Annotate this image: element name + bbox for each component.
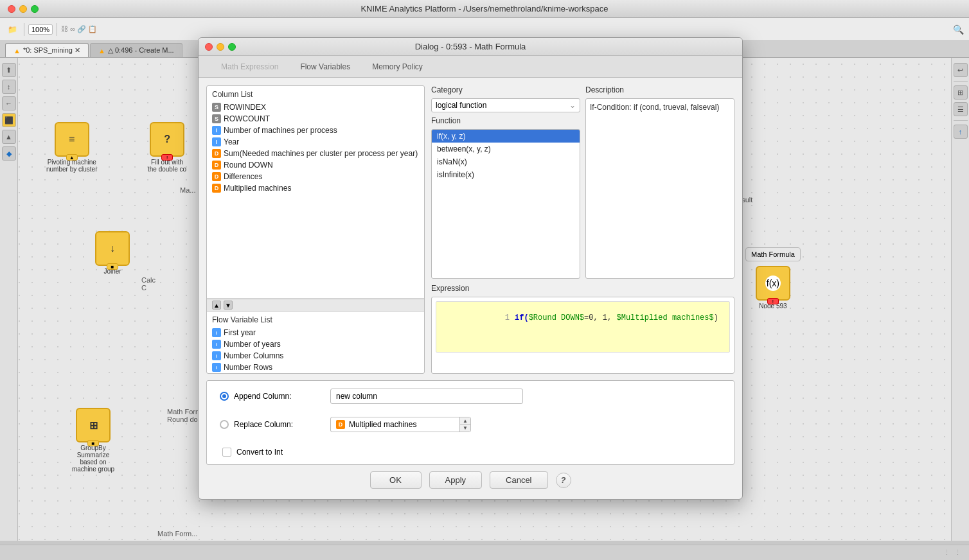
right-sidebar-btn2[interactable]: ⊞ [954,85,968,100]
node-box-fillout[interactable]: ? ! [150,122,184,157]
left-sidebar-btn6[interactable]: ◆ [2,146,16,161]
dialog-tab-bar: Math Expression Flow Variables Memory Po… [199,56,742,78]
expression-area[interactable]: 1if($Round DOWN$=0, 1, $Multiplied machi… [431,297,734,374]
dialog-math-formula: Dialog - 0:593 - Math Formula Math Expre… [198,37,743,500]
tab-flow-variables[interactable]: Flow Variables [290,59,360,74]
zoom-level: 100% [28,24,53,35]
left-sidebar-btn3[interactable]: ← [2,96,16,110]
tab-memory-policy[interactable]: Memory Policy [362,59,432,74]
node-pivoting[interactable]: ≡ ▲ Pivoting machinenumber by cluster [46,122,97,173]
tab-math-expression[interactable]: Math Expression [211,59,288,74]
replace-column-radio[interactable] [220,420,229,429]
dialog-minimize-button[interactable] [217,43,224,51]
node-box-math-right[interactable]: f(x) ! [756,266,790,301]
node-box-pivoting[interactable]: ≡ ▲ [55,122,89,157]
type-badge-D2: D [212,161,221,170]
label-math: Ma... [180,186,195,194]
flow-var-list[interactable]: i First year i Number of years i Number … [207,327,424,373]
flow-item-numyears[interactable]: i Number of years [207,338,424,350]
col-item-multiplied[interactable]: D Multiplied machines [207,182,424,194]
status-yellow: ▲ [66,154,78,161]
node-math-formula-right[interactable]: Math Formula f(x) ! Node 593 [745,247,801,310]
function-col: Category logical function ⌄ Function [431,85,580,279]
function-box: Function if(x, y, z) between(x, y, z) is… [431,116,580,279]
maximize-button[interactable] [31,5,39,13]
flow-var-header: Flow Variable List [207,311,424,327]
toolbar-file[interactable]: 📁 [5,24,20,35]
apply-button[interactable]: Apply [429,471,483,489]
spinner-arrows[interactable]: ▲ ▼ [459,417,470,432]
function-item-isinfinite[interactable]: isInfinite(x) [432,168,580,181]
type-badge-flow2: i [212,340,221,349]
col-item-sum[interactable]: D Sum(Needed machines per cluster per pr… [207,148,424,159]
description-box: Description If-Condition: if (cond, true… [585,85,734,279]
column-list-section: Column List S ROWINDEX S ROWCOUNT I Numb [207,86,424,299]
category-select[interactable]: logical function ⌄ [431,98,580,112]
column-list-header: Column List [207,86,424,101]
dialog-content: Column List S ROWINDEX S ROWCOUNT I Numb [206,85,734,374]
dialog-title-bar: Dialog - 0:593 - Math Formula [199,38,742,56]
replace-column-spinner[interactable]: D Multiplied machines ▲ ▼ [330,417,471,432]
append-column-input[interactable] [330,389,523,404]
expression-editor[interactable]: 1if($Round DOWN$=0, 1, $Multiplied machi… [436,301,730,353]
function-list[interactable]: if(x, y, z) between(x, y, z) isNaN(x) is… [431,129,580,279]
col-item-differences[interactable]: D Differences [207,171,424,182]
function-item-isnan[interactable]: isNaN(x) [432,155,580,168]
left-sidebar-btn1[interactable]: ⬆ [2,63,16,77]
node-box-groupby[interactable]: ⊞ ■ [76,408,111,442]
append-column-radio[interactable] [220,392,229,401]
dialog-actions: OK Apply Cancel ? [206,465,734,491]
ok-button[interactable]: OK [370,471,422,489]
minimize-button[interactable] [19,5,27,13]
status-red: ! [161,154,173,161]
dialog-traffic-lights[interactable] [205,43,236,51]
right-sidebar-btn1[interactable]: ↩ [954,63,968,77]
type-badge-D3: D [212,172,221,181]
window-title: KNIME Analytics Platform - /Users/nemeth… [360,4,608,13]
column-list-container[interactable]: S ROWINDEX S ROWCOUNT I Number of machin… [207,101,424,299]
spinner-up[interactable]: ▲ [460,417,470,424]
traffic-lights[interactable] [8,5,39,13]
cancel-button[interactable]: Cancel [490,471,547,489]
right-sidebar-btn4[interactable]: ↑ [954,125,968,139]
left-sidebar-btn5[interactable]: ▲ [2,130,16,144]
search-icon[interactable]: 🔍 [953,24,964,35]
col-item-rounddown[interactable]: D Round DOWN [207,159,424,171]
divider-down-btn[interactable]: ▼ [224,301,233,310]
close-button[interactable] [8,5,15,13]
dialog-close-button[interactable] [205,43,213,51]
col-item-rowindex[interactable]: S ROWINDEX [207,101,424,113]
append-column-row: Append Column: [220,389,721,404]
node-box-joiner[interactable]: ↓ ■ [95,231,130,266]
left-sidebar-btn2[interactable]: ↕ [2,80,16,94]
tab-sps-mining[interactable]: ▲ *0: SPS_mining ✕ [5,43,89,57]
flow-item-numrows[interactable]: i Number Rows [207,362,424,373]
replace-column-label: Replace Column: [234,420,293,429]
col-item-year[interactable]: I Year [207,136,424,148]
function-item-if[interactable]: if(x, y, z) [432,130,580,143]
help-button[interactable]: ? [556,473,571,488]
right-sidebar: ↩ ⊞ ☰ ↑ [951,58,969,541]
description-text: If-Condition: if (cond, trueval, falseva… [585,98,734,279]
flow-item-firstyear[interactable]: i First year [207,327,424,338]
expression-container: Expression 1if($Round DOWN$=0, 1, $Multi… [431,284,734,374]
node-groupby[interactable]: ⊞ ■ GroupBySummarize based onmachine gro… [67,408,119,473]
spinner-down[interactable]: ▼ [460,424,470,432]
left-sidebar: ⬆ ↕ ← ⬛ ▲ ◆ [0,58,18,541]
dialog-maximize-button[interactable] [228,43,236,51]
col-item-num-machines[interactable]: I Number of machines per process [207,125,424,136]
category-label: Category [431,85,580,94]
function-item-between[interactable]: between(x, y, z) [432,143,580,155]
flow-item-numcols[interactable]: i Number Columns [207,350,424,362]
category-arrow-icon: ⌄ [569,101,576,110]
col-item-rowcount[interactable]: S ROWCOUNT [207,113,424,125]
description-label: Description [585,85,734,94]
left-sidebar-btn4[interactable]: ⬛ [2,113,16,127]
node-fillout[interactable]: ? ! Fill out withthe double co [148,122,186,173]
right-sidebar-btn3[interactable]: ☰ [954,102,968,116]
node-joiner[interactable]: ↓ ■ Joiner [95,231,130,275]
divider-up-btn[interactable]: ▲ [212,301,221,310]
list-divider-bar: ▲ ▼ [207,299,424,311]
tab-create-mr[interactable]: ▲ △ 0:496 - Create M... [90,43,182,57]
convert-to-int-checkbox[interactable] [222,448,231,457]
